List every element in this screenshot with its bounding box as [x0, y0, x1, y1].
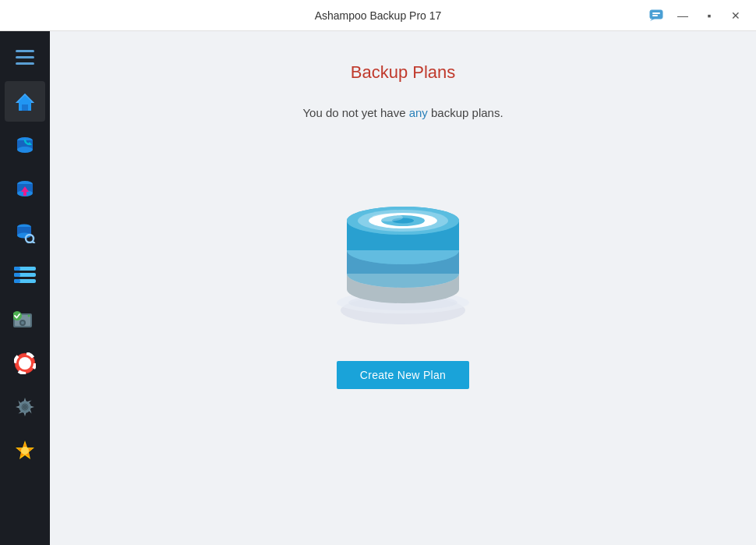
gold-icon: [12, 438, 37, 463]
restore-icon: [12, 133, 37, 157]
settings-gear-icon: [12, 395, 37, 419]
explore-icon: [12, 220, 37, 245]
chat-button[interactable]: [644, 4, 669, 27]
svg-rect-2: [652, 12, 660, 14]
svg-rect-6: [16, 62, 34, 65]
help-icon: [12, 351, 37, 376]
svg-rect-0: [650, 10, 662, 19]
sidebar-item-gold[interactable]: [5, 430, 45, 471]
backup-illustration: [317, 158, 489, 330]
minimize-button[interactable]: —: [670, 4, 695, 27]
svg-point-63: [372, 214, 403, 221]
sidebar-item-backup[interactable]: [5, 168, 45, 209]
title-bar: Ashampoo Backup Pro 17 — ▪ ✕: [0, 0, 756, 31]
backup-upload-icon: [12, 176, 37, 201]
sidebar-item-explore[interactable]: [5, 212, 45, 253]
sidebar-item-home[interactable]: [5, 81, 45, 122]
menu-icon: [12, 45, 37, 70]
svg-marker-1: [650, 19, 655, 21]
content-area: Backup Plans You do not yet have any bac…: [50, 31, 756, 545]
highlight-word: any: [409, 106, 428, 119]
app-title: Ashampoo Backup Pro 17: [315, 9, 442, 22]
sidebar-item-restore[interactable]: [5, 125, 45, 165]
sidebar-item-help[interactable]: [5, 343, 45, 384]
svg-rect-28: [14, 273, 20, 277]
svg-point-42: [23, 405, 27, 409]
svg-rect-27: [14, 267, 20, 271]
window-controls: — ▪ ✕: [644, 4, 748, 27]
sidebar-item-menu[interactable]: [5, 37, 45, 78]
svg-point-45: [21, 447, 29, 455]
close-button[interactable]: ✕: [723, 4, 748, 27]
svg-rect-4: [16, 50, 34, 52]
sidebar-item-settings[interactable]: [5, 387, 45, 427]
svg-rect-8: [22, 104, 28, 111]
svg-point-12: [17, 147, 33, 153]
main-layout: Backup Plans You do not yet have any bac…: [0, 31, 756, 545]
sidebar: [0, 31, 50, 545]
maximize-button[interactable]: ▪: [697, 4, 722, 27]
sidebar-item-log[interactable]: [5, 256, 45, 296]
log-icon: [12, 264, 37, 288]
home-icon: [12, 89, 37, 114]
empty-message: You do not yet have any backup plans.: [302, 106, 503, 119]
page-title: Backup Plans: [351, 62, 456, 83]
svg-rect-29: [14, 279, 20, 283]
svg-rect-3: [652, 15, 658, 16]
svg-rect-5: [16, 56, 34, 58]
check-drive-icon: [12, 307, 37, 332]
svg-point-37: [19, 357, 31, 370]
create-new-plan-button[interactable]: Create New Plan: [337, 361, 469, 389]
sidebar-item-check-drive[interactable]: [5, 299, 45, 340]
svg-rect-18: [23, 192, 26, 196]
svg-point-34: [28, 315, 30, 317]
svg-point-33: [21, 321, 24, 324]
svg-line-23: [33, 242, 34, 243]
